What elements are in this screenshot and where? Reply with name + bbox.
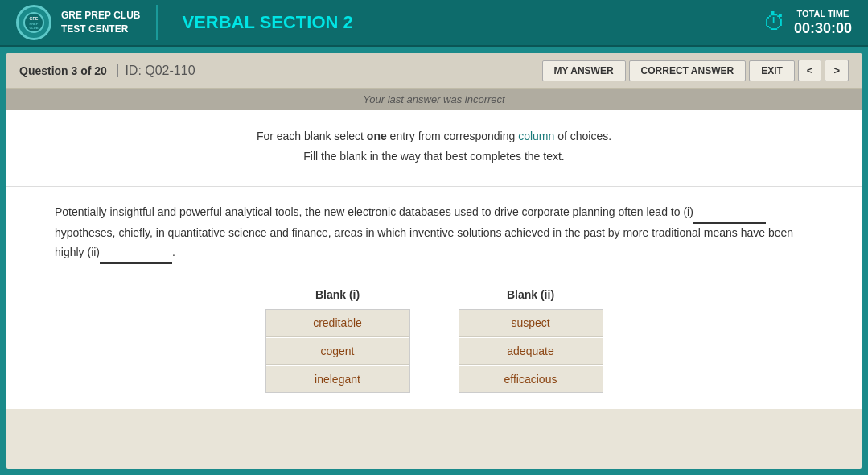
timer-area: ⏱ TOTAL TIME 00:30:00: [763, 8, 852, 36]
exit-button[interactable]: EXIT: [749, 60, 795, 81]
logo-area: GRE PREP CLUB GRE PREP CLUB TEST CENTER: [16, 5, 158, 40]
my-answer-button[interactable]: MY ANSWER: [542, 60, 626, 81]
status-bar: Your last answer was incorrect: [6, 89, 862, 110]
timer-label: TOTAL TIME: [794, 8, 852, 19]
question-header: Question 3 of 20 ID: Q02-110 MY ANSWER C…: [6, 53, 862, 89]
blank1-choice-2[interactable]: cogent: [266, 338, 409, 365]
instructions-area: For each blank select one entry from cor…: [6, 110, 862, 187]
main-wrapper: Question 3 of 20 ID: Q02-110 MY ANSWER C…: [6, 53, 862, 469]
passage-area: Potentially insightful and powerful anal…: [6, 187, 862, 271]
passage-text: Potentially insightful and powerful anal…: [55, 203, 813, 263]
blanks-container: Blank (i) creditable cogent inelegant Bl…: [6, 272, 862, 409]
blank1-choice-3[interactable]: inelegant: [266, 366, 409, 392]
blank2-section: Blank (ii) suspect adequate efficacious: [459, 288, 603, 393]
blank1-label: Blank (i): [315, 288, 360, 301]
blank1-choice-1[interactable]: creditable: [266, 310, 409, 337]
blank2-choices: suspect adequate efficacious: [459, 309, 603, 393]
blank1-line: [693, 203, 766, 224]
logo-icon: GRE PREP CLUB: [16, 5, 51, 40]
section-title: VERBAL SECTION 2: [182, 12, 763, 33]
svg-text:CLUB: CLUB: [29, 26, 38, 30]
blank1-choices: creditable cogent inelegant: [265, 309, 410, 393]
blank2-choice-2[interactable]: adequate: [459, 338, 603, 365]
header-buttons: MY ANSWER CORRECT ANSWER EXIT < >: [542, 60, 849, 81]
timer-value: 00:30:00: [794, 20, 852, 37]
instructions: For each blank select one entry from cor…: [31, 126, 837, 167]
app-header: GRE PREP CLUB GRE PREP CLUB TEST CENTER …: [0, 0, 868, 47]
blank1-section: Blank (i) creditable cogent inelegant: [265, 288, 410, 393]
blank2-choice-1[interactable]: suspect: [459, 310, 603, 337]
blank2-label: Blank (ii): [507, 288, 554, 301]
timer-icon: ⏱: [763, 9, 786, 35]
next-button[interactable]: >: [825, 60, 849, 81]
blank2-line: [100, 243, 172, 264]
site-title: GRE PREP CLUB TEST CENTER: [61, 9, 140, 36]
blank2-choice-3[interactable]: efficacious: [459, 366, 603, 392]
svg-text:GRE: GRE: [30, 16, 39, 21]
prev-button[interactable]: <: [798, 60, 822, 81]
question-info: Question 3 of 20 ID: Q02-110: [19, 64, 195, 78]
correct-answer-button[interactable]: CORRECT ANSWER: [629, 60, 747, 81]
